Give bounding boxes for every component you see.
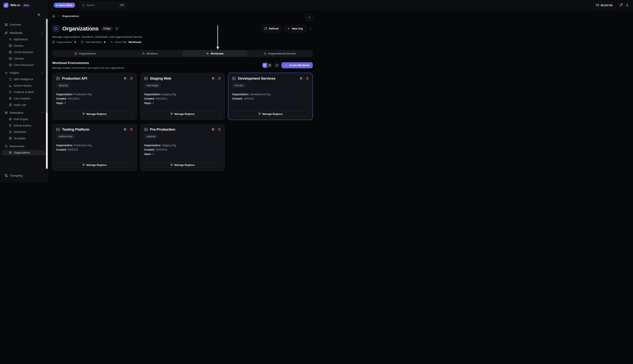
workload-tag: platform-test bbox=[56, 134, 75, 139]
workload-location-button[interactable] bbox=[299, 77, 302, 80]
sidebar-item-clusters[interactable]: Clusters bbox=[2, 43, 46, 48]
sidebar-item-cloud-resources[interactable]: Cloud Resources bbox=[2, 62, 46, 68]
workload-location-button[interactable] bbox=[124, 77, 127, 80]
manage-regions-button[interactable]: Manage Regions bbox=[56, 111, 133, 117]
plus-icon bbox=[285, 64, 287, 67]
workload-tag: api-prod bbox=[56, 83, 71, 88]
sidebar-collapse-button[interactable] bbox=[37, 13, 40, 16]
workload-delete-button[interactable] bbox=[306, 77, 309, 80]
map-pin-icon bbox=[299, 77, 302, 80]
sidebar-item-incidents-alerts[interactable]: Incidents & Alerts bbox=[2, 89, 46, 95]
sidebar-item-insights[interactable]: Insights bbox=[2, 70, 46, 76]
tab-organizational-secrets[interactable]: Organizational Secrets bbox=[247, 50, 312, 56]
workload-delete-button[interactable] bbox=[130, 77, 133, 80]
workload-meta: Organization: Staging Org Created: 20/2/… bbox=[144, 92, 221, 105]
workload-location-button[interactable] bbox=[212, 128, 215, 131]
search-icon bbox=[82, 4, 85, 7]
sidebar-item-workloads[interactable]: Workloads bbox=[2, 30, 46, 36]
map-pin-icon bbox=[170, 164, 173, 166]
panel-collapse-button[interactable] bbox=[305, 14, 313, 21]
users-icon bbox=[9, 97, 12, 100]
map-pin-icon bbox=[170, 112, 173, 115]
new-org-button[interactable]: New Org bbox=[284, 25, 306, 32]
sidebar-item-github-actions[interactable]: GitHub Actions bbox=[2, 123, 46, 128]
grid-view-button[interactable] bbox=[267, 63, 272, 68]
sidebar-item-templates[interactable]: Templates bbox=[2, 136, 46, 141]
tab-organizations[interactable]: Organizations bbox=[53, 50, 118, 56]
main-content: Organizations Organizations 3 Orgs Refre… bbox=[48, 10, 316, 182]
building-icon bbox=[74, 52, 77, 55]
refresh-icon bbox=[264, 27, 267, 30]
map-pin-icon bbox=[124, 77, 127, 80]
sidebar-scrollbar-thumb[interactable] bbox=[46, 19, 48, 113]
server-icon bbox=[56, 128, 60, 131]
bar-chart-icon bbox=[9, 84, 12, 87]
refresh-button[interactable]: Refresh bbox=[261, 25, 282, 32]
server-icon bbox=[9, 51, 12, 54]
chevron-down-icon bbox=[41, 32, 44, 34]
tab-workloads[interactable]: Workloads bbox=[182, 50, 247, 56]
header-stat-0: Organizations: 3 bbox=[52, 41, 76, 44]
sidebar-item-webhooks[interactable]: Webhooks bbox=[2, 129, 46, 135]
trash-icon bbox=[218, 128, 221, 131]
workload-delete-button[interactable] bbox=[130, 128, 133, 131]
file-text-icon bbox=[9, 103, 12, 106]
sidebar-item-changelog[interactable]: Changelog bbox=[5, 174, 23, 177]
search-input[interactable]: Search... ⌘K bbox=[79, 2, 127, 8]
sidebar-item-volumes[interactable]: Volumes bbox=[2, 56, 46, 61]
shield-icon bbox=[9, 78, 12, 81]
tab-members[interactable]: Members bbox=[118, 50, 182, 56]
sidebar-scrollbar[interactable] bbox=[46, 19, 48, 169]
sidebar-item-service-metrics[interactable]: Service Metrics bbox=[2, 83, 46, 88]
sidebar-item-user-analytics[interactable]: User Analytics bbox=[2, 96, 46, 101]
list-view-icon bbox=[263, 64, 266, 67]
workload-card-development-services: Development Services svc-dev Organizatio… bbox=[228, 73, 313, 120]
sidebar-item-sre-intelligence[interactable]: SRE Intelligence bbox=[2, 76, 46, 82]
sidebar-item-automation[interactable]: Automation bbox=[2, 110, 46, 116]
database-icon bbox=[9, 57, 12, 60]
help-button[interactable] bbox=[115, 27, 118, 30]
create-workload-button[interactable]: Create Workload bbox=[281, 62, 313, 68]
workload-name: Development Services bbox=[238, 76, 275, 80]
map-pin-icon bbox=[258, 112, 261, 115]
workload-meta: Organization: Production Org Created: 5/… bbox=[56, 143, 133, 152]
workload-delete-button[interactable] bbox=[218, 128, 221, 131]
manage-regions-button[interactable]: Manage Regions bbox=[144, 162, 221, 168]
lock-icon bbox=[264, 52, 266, 55]
workload-meta: Organization: Staging Org Created: 10/4/… bbox=[144, 143, 221, 156]
server-icon bbox=[144, 76, 148, 80]
logo bbox=[4, 3, 9, 8]
workload-cards-grid: Production API api-prod Organization: Pr… bbox=[52, 73, 313, 171]
sidebar-item-virtual-machines[interactable]: Virtual Machines bbox=[2, 49, 46, 55]
trash-icon bbox=[130, 77, 133, 80]
workload-meta: Organization: Production Org Created: 15… bbox=[56, 92, 133, 105]
database-icon bbox=[9, 64, 12, 66]
users-icon bbox=[9, 151, 12, 154]
page-subtitle: Manage organizations, members, workloads… bbox=[52, 35, 313, 38]
workload-location-button[interactable] bbox=[124, 128, 127, 131]
workload-location-button[interactable] bbox=[212, 77, 215, 80]
manage-regions-button[interactable]: Manage Regions bbox=[56, 162, 133, 168]
page-title: Organizations bbox=[62, 26, 99, 32]
sidebar-item-overview[interactable]: Overview bbox=[2, 22, 46, 28]
more-options-button[interactable] bbox=[308, 27, 313, 30]
workload-name: Pre-Production bbox=[150, 128, 175, 132]
workload-meta: Organization: Development Org Created: 1… bbox=[232, 92, 309, 101]
webhook-icon bbox=[9, 130, 12, 134]
list-view-button[interactable] bbox=[262, 63, 267, 68]
trash-icon bbox=[218, 77, 221, 80]
sidebar-item-rule-engine[interactable]: Rule Engine bbox=[2, 116, 46, 122]
refresh-icon bbox=[275, 64, 278, 67]
sidebar-item-organizations[interactable]: Organizations bbox=[2, 150, 46, 156]
rocket-icon bbox=[5, 32, 8, 34]
manage-regions-button[interactable]: Manage Regions bbox=[232, 111, 309, 117]
workload-delete-button[interactable] bbox=[218, 77, 221, 80]
sidebar-item-governance[interactable]: Governance bbox=[2, 144, 46, 149]
home-icon[interactable] bbox=[52, 14, 55, 18]
manage-regions-button[interactable]: Manage Regions bbox=[144, 111, 221, 117]
sidebar-item-audit-logs[interactable]: Audit Logs bbox=[2, 102, 46, 108]
reload-workloads-button[interactable] bbox=[274, 63, 279, 68]
sidebar-item-applications[interactable]: Applications bbox=[2, 36, 46, 42]
alert-circle-icon bbox=[9, 90, 12, 94]
trash-icon bbox=[306, 77, 309, 80]
